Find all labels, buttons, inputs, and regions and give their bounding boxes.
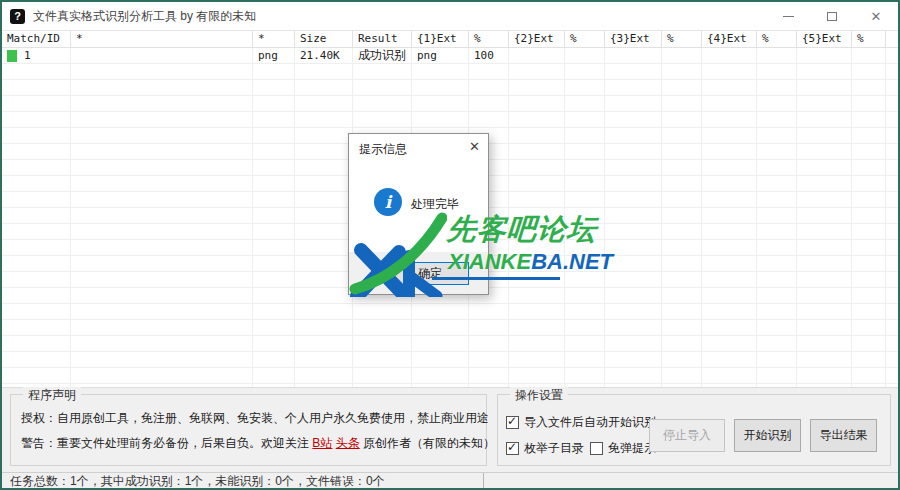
cell: [797, 320, 852, 336]
cell: [2, 224, 71, 240]
cell: [71, 144, 253, 160]
cell: [605, 96, 662, 112]
maximize-button[interactable]: [810, 2, 854, 30]
cell: [797, 272, 852, 288]
ok-button[interactable]: 确定: [391, 262, 469, 285]
cell: [662, 288, 702, 304]
cell: [253, 320, 295, 336]
cell: [662, 240, 702, 256]
no-popup-checkbox[interactable]: 免弹提示: [590, 440, 656, 457]
cell: png: [412, 48, 469, 64]
column-header-5[interactable]: {1}Ext: [412, 31, 469, 47]
cell: [469, 336, 509, 352]
cell: [353, 96, 412, 112]
toutiao-link[interactable]: 头条: [336, 436, 360, 450]
cell: [852, 368, 886, 384]
column-header-1[interactable]: *: [71, 31, 253, 47]
cell: [509, 240, 565, 256]
dialog-close-button[interactable]: ✕: [469, 139, 480, 154]
cell: [662, 176, 702, 192]
cell: [71, 80, 253, 96]
cell: [412, 304, 469, 320]
cell: [2, 96, 71, 112]
cell: [702, 160, 757, 176]
cell: [605, 240, 662, 256]
column-header-11[interactable]: {4}Ext: [702, 31, 757, 47]
checkbox-box: ✓: [506, 416, 519, 429]
column-header-6[interactable]: %: [469, 31, 509, 47]
close-button[interactable]: ✕: [854, 2, 898, 30]
app-icon: ?: [10, 9, 25, 24]
row-filler: [886, 176, 898, 192]
minimize-button[interactable]: [766, 2, 810, 30]
row-filler: [886, 352, 898, 368]
cell: [605, 320, 662, 336]
cell: [757, 208, 797, 224]
column-header-12[interactable]: %: [757, 31, 797, 47]
row-filler: [886, 240, 898, 256]
status-indicator: [7, 50, 17, 62]
cell: [852, 80, 886, 96]
cell: [353, 352, 412, 368]
cell: [757, 144, 797, 160]
column-header-8[interactable]: %: [565, 31, 605, 47]
cell: [253, 64, 295, 80]
stop-import-button[interactable]: 停止导入: [649, 419, 725, 452]
cell: [509, 96, 565, 112]
cell: [852, 336, 886, 352]
column-header-14[interactable]: %: [852, 31, 886, 47]
cell: [565, 240, 605, 256]
cell: [295, 208, 353, 224]
cell: [852, 320, 886, 336]
row-filler: [886, 48, 898, 64]
cell: [605, 368, 662, 384]
column-header-7[interactable]: {2}Ext: [509, 31, 565, 47]
cell: [509, 208, 565, 224]
column-header-13[interactable]: {5}Ext: [797, 31, 852, 47]
auto-recognize-checkbox[interactable]: ✓ 导入文件后自动开始识别: [506, 414, 656, 431]
row-filler: [886, 320, 898, 336]
cell: [605, 128, 662, 144]
cell: [605, 272, 662, 288]
row-filler: [886, 192, 898, 208]
cell: [852, 224, 886, 240]
cell: [565, 224, 605, 240]
cell: [757, 128, 797, 144]
column-header-0[interactable]: Match/ID: [2, 31, 71, 47]
table-row[interactable]: 1png21.40K成功识别png100: [2, 48, 898, 64]
cell: [469, 304, 509, 320]
column-header-10[interactable]: %: [662, 31, 702, 47]
column-header-9[interactable]: {3}Ext: [605, 31, 662, 47]
cell: [253, 160, 295, 176]
column-header-3[interactable]: Size: [295, 31, 353, 47]
cell: [295, 352, 353, 368]
message-dialog: 提示信息 ✕ i 处理完毕 确定: [348, 133, 489, 295]
bottom-panel: 程序声明 授权：自用原创工具，免注册、免联网、免安装、个人用户永久免费使用，禁止…: [2, 387, 898, 472]
cell: [852, 112, 886, 128]
cell: [852, 288, 886, 304]
export-results-button[interactable]: 导出结果: [810, 419, 877, 452]
cell: [2, 112, 71, 128]
cell: [71, 48, 253, 64]
cell: [565, 192, 605, 208]
cell: [2, 176, 71, 192]
cell: [797, 192, 852, 208]
bilibili-link[interactable]: B站: [312, 436, 332, 450]
cell: [662, 336, 702, 352]
cell: [253, 80, 295, 96]
cell: [2, 64, 71, 80]
cell: [565, 48, 605, 64]
cell: [565, 128, 605, 144]
column-header-4[interactable]: Result: [353, 31, 412, 47]
cell: [565, 176, 605, 192]
cell: [509, 144, 565, 160]
cell: [509, 256, 565, 272]
row-filler: [886, 96, 898, 112]
start-recognize-button[interactable]: 开始识别: [734, 419, 801, 452]
cell: [509, 176, 565, 192]
cell: [509, 160, 565, 176]
subdir-checkbox[interactable]: ✓ 枚举子目录: [506, 440, 584, 457]
column-header-2[interactable]: *: [253, 31, 295, 47]
cell: [253, 128, 295, 144]
cell: [412, 80, 469, 96]
